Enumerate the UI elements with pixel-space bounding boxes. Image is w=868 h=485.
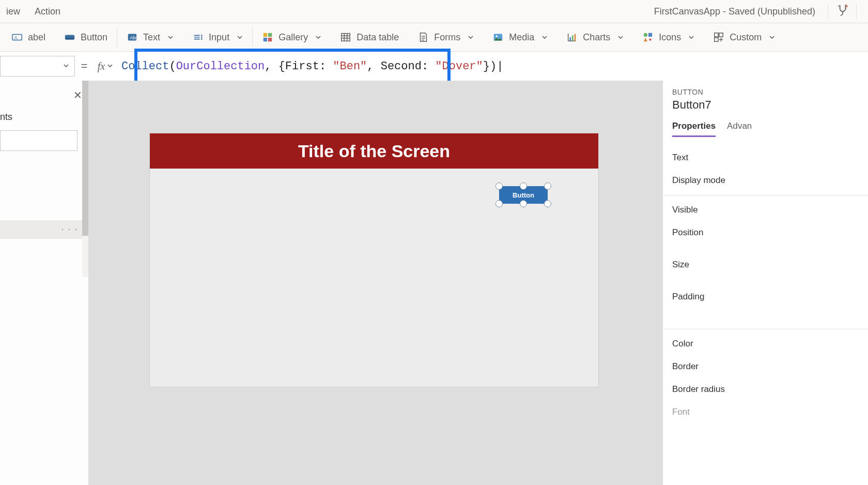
icons-icon	[642, 32, 654, 43]
tree-scrollbar-thumb[interactable]	[82, 81, 88, 236]
tree-search-input[interactable]	[0, 130, 78, 151]
selection-handle[interactable]	[544, 183, 551, 190]
ribbon-charts-label: Charts	[583, 32, 610, 43]
svg-rect-12	[268, 38, 272, 41]
label-icon: A	[11, 32, 23, 43]
close-icon[interactable]: ✕	[73, 89, 82, 101]
chevron-down-icon	[237, 32, 243, 43]
ribbon-charts[interactable]: Charts	[557, 23, 633, 51]
ribbon-gallery[interactable]: Gallery	[253, 23, 331, 51]
ribbon-custom-label: Custom	[730, 32, 762, 43]
prop-position[interactable]: Position	[672, 221, 859, 244]
tab-advanced[interactable]: Advan	[727, 121, 752, 137]
svg-rect-16	[570, 37, 571, 41]
svg-rect-10	[268, 33, 272, 37]
prop-border-radius[interactable]: Border radius	[672, 378, 859, 401]
gallery-icon	[262, 32, 273, 43]
formula-token: })	[483, 60, 497, 73]
prop-color[interactable]: Color	[672, 332, 859, 355]
chevron-down-icon	[167, 32, 174, 43]
svg-point-19	[644, 33, 647, 37]
chevron-down-icon	[617, 32, 624, 43]
selection-handle[interactable]	[520, 183, 527, 190]
property-dropdown[interactable]	[0, 56, 75, 77]
selection-handle[interactable]	[495, 183, 503, 190]
menu-view[interactable]: iew	[6, 6, 20, 17]
tree-selected-item[interactable]: · · ·	[0, 220, 88, 239]
ribbon-button-text: Button	[81, 32, 107, 43]
ribbon-gallery-label: Gallery	[278, 32, 308, 43]
chevron-down-icon	[468, 32, 474, 43]
menu-action[interactable]: Action	[35, 6, 60, 17]
charts-icon	[566, 32, 578, 43]
svg-rect-22	[719, 33, 723, 37]
equals-sign: =	[75, 59, 94, 73]
formula-token: (	[169, 60, 176, 73]
prop-visible[interactable]: Visible	[672, 199, 859, 221]
svg-text:A: A	[14, 35, 18, 40]
media-icon	[492, 32, 504, 43]
fx-button[interactable]: fx	[94, 56, 117, 77]
svg-point-6	[201, 35, 203, 36]
ribbon-input[interactable]: Input	[183, 23, 252, 51]
selection-handle[interactable]	[495, 200, 503, 207]
control-name-label[interactable]: Button7	[672, 98, 859, 112]
formula-token-collection: OurCollection	[176, 60, 265, 73]
button-icon	[64, 32, 75, 43]
control-type-label: BUTTON	[672, 88, 859, 96]
ribbon-icons-label: Icons	[659, 32, 681, 43]
prop-text[interactable]: Text	[672, 146, 859, 169]
formula-input[interactable]: Collect(OurCollection, {First: "Ben", Se…	[117, 56, 868, 77]
prop-font[interactable]: Font	[672, 401, 859, 423]
properties-list: Text Display mode Visible Position Size …	[672, 146, 859, 423]
prop-border[interactable]: Border	[672, 355, 859, 378]
tab-properties[interactable]: Properties	[672, 121, 716, 137]
ribbon-icons[interactable]: Icons	[633, 23, 704, 51]
app-checker-icon[interactable]	[835, 4, 849, 20]
ribbon-label-text: abel	[28, 32, 45, 43]
svg-rect-20	[648, 33, 652, 37]
ribbon-text-label: Text	[143, 32, 160, 43]
ribbon-media[interactable]: Media	[483, 23, 557, 51]
selection-handle[interactable]	[544, 200, 551, 207]
app-title: FirstCanvasApp - Saved (Unpublished)	[654, 6, 820, 17]
ribbon-datatable-label: Data table	[357, 32, 399, 43]
more-icon[interactable]: · · ·	[61, 225, 78, 234]
forms-icon	[417, 32, 429, 43]
chevron-down-icon	[688, 32, 694, 43]
formula-token-string: "Dover"	[435, 60, 483, 73]
formula-token-string: "Ben"	[333, 60, 367, 73]
ribbon-button[interactable]: Button	[55, 23, 117, 51]
formula-bar: = fx Collect(OurCollection, {First: "Ben…	[0, 52, 868, 81]
svg-rect-18	[575, 34, 576, 41]
ribbon-text[interactable]: Abc Text	[117, 23, 183, 51]
svg-rect-9	[264, 33, 267, 37]
formula-caret: |	[497, 60, 503, 73]
formula-token: , Second:	[367, 60, 435, 73]
prop-size[interactable]: Size	[672, 253, 859, 276]
properties-pane: BUTTON Button7 Properties Advan Text Dis…	[662, 81, 868, 485]
chevron-down-icon	[541, 32, 548, 43]
svg-point-8	[201, 38, 203, 40]
selection-handle[interactable]	[520, 200, 527, 207]
input-icon	[192, 32, 204, 43]
ribbon-forms[interactable]: Forms	[408, 23, 483, 51]
screen[interactable]: Title of the Screen Button	[150, 133, 598, 387]
ribbon-label[interactable]: A abel	[2, 23, 55, 51]
svg-text:Abc: Abc	[130, 36, 137, 40]
canvas-area[interactable]: Title of the Screen Button	[89, 81, 662, 485]
screen-title-label: Title of the Screen	[150, 133, 598, 169]
ribbon-datatable[interactable]: Data table	[331, 23, 408, 51]
prop-display-mode[interactable]: Display mode	[672, 169, 859, 192]
top-menubar: iew Action FirstCanvasApp - Saved (Unpub…	[0, 0, 868, 23]
datatable-icon	[340, 32, 351, 43]
formula-token-function: Collect	[121, 60, 169, 73]
ribbon-input-label: Input	[209, 32, 229, 43]
ribbon-media-label: Media	[509, 32, 534, 43]
prop-padding[interactable]: Padding	[672, 285, 859, 308]
chevron-down-icon	[63, 62, 69, 71]
ribbon-custom[interactable]: Custom	[704, 23, 784, 51]
ribbon-forms-label: Forms	[434, 32, 460, 43]
custom-icon	[713, 32, 724, 43]
svg-rect-3	[65, 38, 74, 40]
